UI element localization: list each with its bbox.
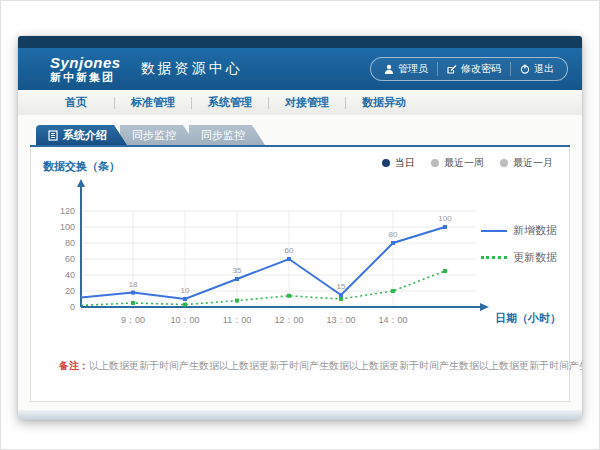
- user-icon: [384, 64, 394, 74]
- svg-text:100: 100: [438, 214, 452, 223]
- tab-bar: 系统介绍 同步监控 同步监控: [36, 125, 570, 145]
- tab-system-intro[interactable]: 系统介绍: [36, 125, 127, 145]
- edit-icon: [447, 64, 457, 74]
- radio-dot-icon: [382, 159, 390, 167]
- window-footer-strip: [18, 410, 582, 420]
- svg-text:20: 20: [65, 286, 75, 296]
- chart-panel: 当日 最近一周 最近一月 数据交换（条） 0204060801001209：00…: [30, 147, 570, 402]
- legend-label: 更新数据: [513, 250, 557, 265]
- legend-item-new-data[interactable]: 新增数据: [481, 223, 557, 238]
- legend-item-updated-data[interactable]: 更新数据: [481, 250, 557, 265]
- nav-item-home[interactable]: 首页: [44, 95, 108, 110]
- svg-text:13：00: 13：00: [326, 315, 355, 325]
- svg-text:10：00: 10：00: [170, 315, 199, 325]
- logout-button[interactable]: 退出: [510, 62, 563, 76]
- svg-text:40: 40: [65, 270, 75, 280]
- svg-text:80: 80: [65, 238, 75, 248]
- radio-label: 最近一月: [513, 156, 553, 170]
- svg-text:14：00: 14：00: [378, 315, 407, 325]
- nav-divider: [191, 97, 192, 109]
- svg-text:120: 120: [60, 206, 75, 216]
- footnote-text: 以上数据更新于时间产生数据以上数据更新于时间产生数据以上数据更新于时间产生数据以…: [89, 360, 582, 371]
- svg-text:11：00: 11：00: [223, 315, 251, 325]
- nav-divider: [268, 97, 269, 109]
- svg-text:10: 10: [181, 286, 190, 295]
- y-axis-title: 数据交换（条）: [43, 159, 120, 174]
- tab-sync-monitor-2[interactable]: 同步监控: [189, 125, 265, 145]
- nav-divider: [345, 97, 346, 109]
- tab-label: 系统介绍: [63, 125, 107, 145]
- radio-last-week[interactable]: 最近一周: [431, 156, 484, 170]
- time-range-filter: 当日 最近一周 最近一月: [382, 156, 553, 170]
- footnote-prefix: 备注：: [59, 360, 89, 371]
- chart-legend: 新增数据 更新数据: [481, 223, 557, 265]
- document-icon: [48, 130, 58, 141]
- line-chart-svg: 0204060801001209：0010：0011：0012：0013：001…: [41, 177, 511, 337]
- legend-label: 新增数据: [513, 223, 557, 238]
- radio-label: 当日: [395, 156, 415, 170]
- svg-text:9：00: 9：00: [121, 315, 145, 325]
- user-label: 管理员: [398, 62, 428, 76]
- tab-underline: [30, 145, 570, 147]
- tab-sync-monitor-1[interactable]: 同步监控: [120, 125, 196, 145]
- company-logo: Synjones 新中新集团: [50, 55, 121, 83]
- app-header: Synjones 新中新集团 数据资源中心 管理员 修改密码: [18, 48, 582, 90]
- dotted-line-swatch-icon: [481, 256, 507, 259]
- content-area: 系统介绍 同步监控 同步监控 当日 最近一周: [18, 115, 582, 420]
- svg-text:12：00: 12：00: [274, 315, 303, 325]
- svg-text:35: 35: [233, 266, 242, 275]
- radio-last-month[interactable]: 最近一月: [500, 156, 553, 170]
- logo-text-cn: 新中新集团: [50, 72, 121, 83]
- radio-today[interactable]: 当日: [382, 156, 415, 170]
- nav-item-data-change[interactable]: 数据异动: [352, 95, 416, 110]
- change-password-button[interactable]: 修改密码: [437, 62, 510, 76]
- nav-item-standard-mgmt[interactable]: 标准管理: [121, 95, 185, 110]
- radio-dot-icon: [431, 159, 439, 167]
- svg-text:100: 100: [60, 222, 75, 232]
- solid-line-swatch-icon: [481, 230, 507, 232]
- change-password-label: 修改密码: [461, 62, 501, 76]
- svg-text:80: 80: [389, 230, 398, 239]
- nav-item-system-mgmt[interactable]: 系统管理: [198, 95, 262, 110]
- tab-label: 同步监控: [201, 125, 245, 145]
- radio-label: 最近一周: [444, 156, 484, 170]
- svg-text:18: 18: [129, 280, 138, 289]
- page-title: 数据资源中心: [141, 60, 243, 78]
- tab-label: 同步监控: [132, 125, 176, 145]
- svg-text:15: 15: [337, 282, 346, 291]
- user-toolbar: 管理员 修改密码 退出: [370, 57, 568, 81]
- app-window: Synjones 新中新集团 数据资源中心 管理员 修改密码: [18, 36, 582, 420]
- nav-divider: [114, 97, 115, 109]
- svg-text:60: 60: [285, 246, 294, 255]
- logo-text-en: Synjones: [50, 55, 121, 70]
- power-icon: [520, 64, 530, 74]
- svg-text:60: 60: [65, 254, 75, 264]
- logout-label: 退出: [534, 62, 554, 76]
- nav-item-interface-mgmt[interactable]: 对接管理: [275, 95, 339, 110]
- footnote: 备注：以上数据更新于时间产生数据以上数据更新于时间产生数据以上数据更新于时间产生…: [59, 359, 582, 373]
- svg-text:0: 0: [70, 302, 75, 312]
- main-nav: 首页 标准管理 系统管理 对接管理 数据异动: [18, 90, 582, 116]
- user-menu[interactable]: 管理员: [375, 62, 437, 76]
- x-axis-title: 日期（小时）: [495, 311, 561, 326]
- window-top-strip: [18, 36, 582, 48]
- radio-dot-icon: [500, 159, 508, 167]
